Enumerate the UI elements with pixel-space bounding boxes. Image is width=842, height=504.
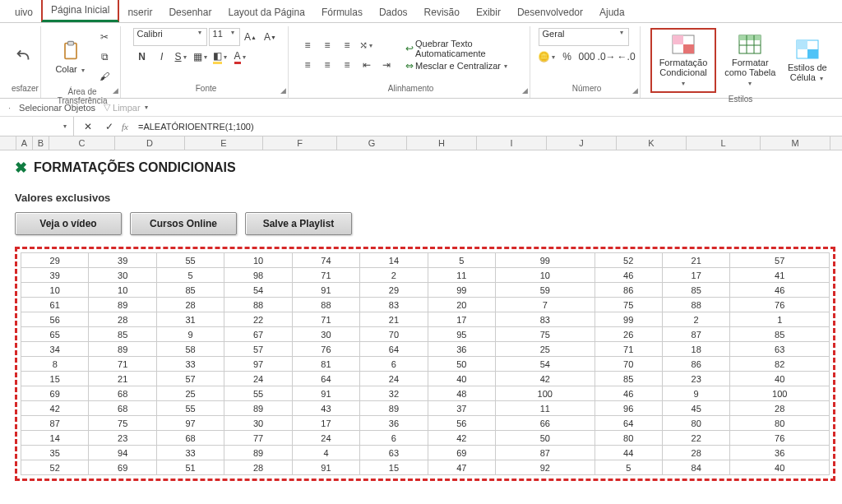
table-cell[interactable]: 57 [730,253,830,268]
table-cell[interactable]: 22 [662,431,729,446]
table-cell[interactable]: 67 [224,327,292,342]
column-header[interactable]: J [547,136,617,150]
table-cell[interactable]: 52 [594,253,662,268]
table-cell[interactable]: 25 [496,342,594,357]
table-cell[interactable]: 88 [662,298,729,312]
table-cell[interactable]: 85 [662,283,729,298]
table-cell[interactable]: 75 [496,327,594,342]
worksheet[interactable]: ✖ FORMATAÇÕES CONDICIONAIS Valores exclu… [0,150,842,489]
orientation-button[interactable]: ⤭▾ [358,36,376,54]
align-center-button[interactable]: ≡ [318,56,336,74]
table-cell[interactable]: 70 [360,327,428,342]
table-cell[interactable]: 14 [21,431,89,446]
table-cell[interactable]: 87 [21,416,89,431]
table-cell[interactable]: 28 [156,298,224,312]
table-cell[interactable]: 83 [360,298,428,312]
enter-formula-button[interactable]: ✓ [100,118,118,136]
table-cell[interactable]: 95 [428,327,495,342]
table-cell[interactable]: 21 [360,312,428,327]
table-cell[interactable]: 55 [156,253,224,268]
fill-color-button[interactable]: ◧▾ [212,48,230,66]
table-cell[interactable]: 11 [428,268,495,283]
table-cell[interactable]: 86 [594,283,662,298]
table-cell[interactable]: 22 [224,312,292,327]
table-cell[interactable]: 10 [224,253,292,268]
table-cell[interactable]: 88 [224,298,292,312]
column-header[interactable]: D [115,136,185,150]
table-cell[interactable]: 18 [662,342,729,357]
table-row[interactable]: 618928888883207758876 [21,298,830,312]
table-cell[interactable]: 64 [292,372,359,386]
table-cell[interactable]: 80 [662,416,729,431]
table-cell[interactable]: 99 [428,283,495,298]
table-cell[interactable]: 28 [89,312,156,327]
table-cell[interactable]: 97 [156,416,224,431]
table-cell[interactable]: 71 [292,312,359,327]
table-cell[interactable]: 5 [594,460,662,475]
table-cell[interactable]: 96 [594,401,662,416]
table-row[interactable]: 4268558943893711964528 [21,401,830,416]
table-cell[interactable]: 17 [292,416,359,431]
table-cell[interactable]: 66 [496,416,594,431]
column-header[interactable]: G [337,136,407,150]
table-cell[interactable]: 47 [428,460,495,475]
alignment-launcher-icon[interactable]: ◢ [522,86,528,95]
tab-insert[interactable]: nserir [119,2,160,22]
table-cell[interactable]: 56 [428,416,495,431]
wrap-text-button[interactable]: ↩ Quebrar Texto Automaticamente [405,39,523,58]
table-cell[interactable]: 36 [428,342,495,357]
table-cell[interactable]: 59 [496,283,594,298]
column-header[interactable]: B [33,136,49,150]
table-cell[interactable]: 71 [292,268,359,283]
table-cell[interactable]: 97 [224,357,292,372]
table-cell[interactable]: 63 [730,342,830,357]
table-cell[interactable]: 33 [156,357,224,372]
decrease-indent-button[interactable]: ⇤ [358,56,376,74]
increase-font-button[interactable]: A▲ [242,28,260,46]
cancel-formula-button[interactable]: ✕ [79,118,97,136]
table-cell[interactable]: 68 [156,431,224,446]
table-cell[interactable]: 21 [89,372,156,386]
table-cell[interactable]: 92 [496,460,594,475]
table-cell[interactable]: 25 [156,386,224,401]
font-name-select[interactable]: Calibri▾ [133,28,207,46]
table-row[interactable]: 3489585776643625711863 [21,342,830,357]
table-cell[interactable]: 65 [21,327,89,342]
tab-developer[interactable]: Desenvolvedor [509,2,591,22]
table-cell[interactable]: 54 [224,283,292,298]
table-cell[interactable]: 87 [496,446,594,460]
table-cell[interactable]: 40 [428,372,495,386]
tab-file[interactable]: uivo [7,2,41,22]
table-cell[interactable]: 46 [730,283,830,298]
table-cell[interactable]: 41 [730,268,830,283]
table-row[interactable]: 8775973017365666648080 [21,416,830,431]
table-cell[interactable]: 36 [360,416,428,431]
table-cell[interactable]: 85 [156,283,224,298]
paste-button[interactable]: Colar ▾ [51,38,90,76]
column-header[interactable]: I [477,136,547,150]
table-cell[interactable]: 94 [89,446,156,460]
increase-decimal-button[interactable]: .0→ [598,48,616,66]
table-cell[interactable]: 45 [662,401,729,416]
table-cell[interactable]: 86 [662,357,729,372]
table-cell[interactable]: 71 [89,357,156,372]
table-cell[interactable]: 63 [360,446,428,460]
table-cell[interactable]: 17 [428,312,495,327]
table-row[interactable]: 526951289115479258440 [21,460,830,475]
table-cell[interactable]: 80 [730,416,830,431]
table-cell[interactable]: 9 [662,386,729,401]
table-cell[interactable]: 30 [224,416,292,431]
table-cell[interactable]: 81 [292,357,359,372]
table-cell[interactable]: 10 [496,268,594,283]
table-cell[interactable]: 68 [89,386,156,401]
tab-draw[interactable]: Desenhar [160,2,220,22]
clipboard-launcher-icon[interactable]: ◢ [113,86,118,95]
table-cell[interactable]: 33 [156,446,224,460]
table-cell[interactable]: 46 [594,268,662,283]
tab-view[interactable]: Exibir [468,2,509,22]
table-cell[interactable]: 4 [292,446,359,460]
comma-style-button[interactable]: 000 [578,48,596,66]
table-cell[interactable]: 87 [662,327,729,342]
table-cell[interactable]: 56 [21,312,89,327]
column-header[interactable]: F [263,136,337,150]
